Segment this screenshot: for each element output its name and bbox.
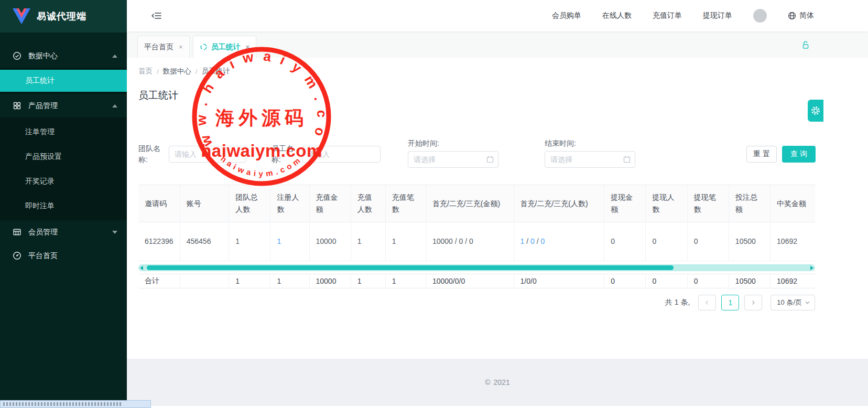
calendar-icon[interactable] [623, 156, 631, 163]
cell-text: 10692 [777, 237, 797, 245]
scrollbar-thumb[interactable] [147, 265, 674, 270]
language-switcher[interactable]: 简体 [788, 11, 814, 20]
close-icon[interactable]: × [246, 43, 250, 51]
browser-status-tooltip [0, 400, 151, 408]
summary-cell: 1 [229, 274, 270, 288]
sidebar-item-product-mgmt[interactable]: 产品管理 [0, 94, 127, 117]
team-name-group: 团队名称: [138, 143, 246, 165]
cell-link[interactable]: 0 [530, 237, 535, 245]
breadcrumb-separator: / [196, 68, 198, 76]
staff-name-group: 员工名称: [272, 143, 381, 165]
nav-withdraw-orders[interactable]: 提现订单 [703, 11, 732, 20]
sidebar: 易诚代理端 数据中心 员工统计 产品管理 注单管理 产品预设置 开奖记 [0, 0, 127, 402]
sidebar-item-label: 员工统计 [25, 76, 55, 85]
circle-check-icon [13, 51, 21, 60]
next-page-button[interactable] [744, 295, 762, 310]
column-header: 首充/二充/三充(金额) [426, 185, 514, 222]
query-button[interactable]: 查询 [782, 146, 816, 163]
sidebar-item-label: 即时注单 [25, 201, 55, 211]
column-header: 中奖金额 [771, 185, 815, 222]
status-tooltip-text [3, 402, 122, 406]
close-icon[interactable]: × [179, 43, 183, 51]
end-time-input[interactable] [545, 151, 635, 168]
summary-cell: 0 [646, 274, 687, 288]
cell-text: 1 [357, 237, 362, 245]
summary-cell: 10692 [771, 274, 815, 288]
table-cell: 1 / 0 / 0 [514, 222, 604, 261]
summary-cell [180, 274, 229, 288]
table-cell: 10500 [729, 222, 770, 261]
sidebar-item-label: 会员管理 [28, 228, 105, 237]
cell-text: 0 [611, 237, 615, 245]
staff-name-input[interactable] [302, 146, 381, 163]
sidebar-item-label: 开奖记录 [25, 177, 55, 186]
column-header: 团队总人数 [229, 185, 270, 222]
sidebar-item-platform-home[interactable]: 平台首页 [0, 244, 127, 267]
sidebar-item-staff-stats[interactable]: 员工统计 [0, 70, 127, 92]
table-cell: 456456 [180, 222, 229, 261]
navbar-right: 会员购单 在线人数 充值订单 提现订单 简体 [552, 9, 814, 23]
cell-text: 1 [392, 237, 396, 245]
prev-page-button[interactable] [698, 295, 716, 310]
filter-form: 团队名称: 员工名称: 开始时间: 结束时间: [138, 139, 816, 168]
total-count-label: 共 1 条, [665, 298, 690, 307]
chevron-down-icon [112, 231, 117, 234]
page-number-button[interactable]: 1 [721, 295, 739, 310]
chevron-down-icon [805, 301, 810, 304]
summary-cell: 1 [351, 274, 385, 288]
sidebar-item-product-preset[interactable]: 产品预设置 [0, 144, 127, 169]
horizontal-scrollbar[interactable] [138, 264, 815, 271]
tab-label: 平台首页 [144, 42, 173, 52]
breadcrumb-home[interactable]: 首页 [138, 67, 153, 76]
nav-member-orders[interactable]: 会员购单 [552, 11, 581, 20]
reset-button[interactable]: 重置 [746, 146, 777, 163]
gear-icon [811, 106, 820, 115]
avatar[interactable] [753, 9, 767, 23]
nav-recharge-orders[interactable]: 充值订单 [653, 11, 682, 20]
sidebar-item-live-bets[interactable]: 即时注单 [0, 194, 127, 218]
sidebar-item-label: 平台首页 [28, 251, 117, 261]
collapse-sidebar-icon[interactable] [151, 10, 162, 21]
settings-panel-button[interactable] [808, 100, 823, 122]
summary-cell: 1/0/0 [514, 274, 604, 288]
team-name-input[interactable] [169, 146, 246, 163]
table-cell: 1 [270, 222, 309, 261]
table-header-row: 邀请码账号团队总人数注册人数充值金额充值人数充值笔数首充/二充/三充(金额)首充… [138, 185, 815, 222]
end-time-group: 结束时间: [545, 139, 635, 168]
cell-link[interactable]: 0 [540, 237, 545, 245]
copyright-year: 2021 [494, 378, 510, 386]
cell-text: 6122396 [145, 237, 173, 245]
table-cell: 1 [351, 222, 385, 261]
cell-text: 10500 [735, 237, 756, 245]
unlock-icon[interactable] [801, 40, 810, 49]
sidebar-item-data-center[interactable]: 数据中心 [0, 44, 127, 68]
tab-platform-home[interactable]: 平台首页 × [137, 36, 190, 58]
page-footer: © 2021 [127, 359, 868, 406]
column-header: 注册人数 [270, 185, 309, 222]
tab-label: 员工统计 [211, 42, 241, 52]
summary-row: 合计11100001110000/0/01/0/00001050010692 [138, 274, 815, 288]
page-size-select[interactable]: 10 条/页 [771, 295, 815, 310]
tab-staff-stats[interactable]: 员工统计 × [193, 36, 257, 58]
scroll-left-arrow-icon[interactable] [140, 266, 143, 270]
scroll-right-arrow-icon[interactable] [810, 266, 813, 270]
cell-text: / [535, 237, 541, 245]
start-time-input[interactable] [408, 151, 498, 168]
calendar-icon[interactable] [486, 156, 494, 163]
brand-logo-icon [13, 8, 30, 24]
refresh-icon[interactable] [200, 43, 208, 51]
sidebar-item-label: 产品管理 [28, 101, 105, 111]
sidebar-item-bet-orders[interactable]: 注单管理 [0, 120, 127, 144]
table-cell: 0 [646, 222, 687, 261]
sidebar-item-label: 数据中心 [28, 51, 105, 61]
breadcrumb-data-center[interactable]: 数据中心 [163, 67, 191, 76]
page-size-value: 10 条/页 [777, 298, 802, 307]
table-cell: 1 [229, 222, 270, 261]
sidebar-item-member-mgmt[interactable]: 会员管理 [0, 220, 127, 244]
summary-cell: 10500 [729, 274, 770, 288]
nav-online-count[interactable]: 在线人数 [602, 11, 632, 20]
logo-bar: 易诚代理端 [0, 0, 127, 33]
cell-link[interactable]: 1 [277, 237, 281, 245]
sidebar-item-lottery-records[interactable]: 开奖记录 [0, 169, 127, 194]
column-header: 充值金额 [309, 185, 351, 222]
